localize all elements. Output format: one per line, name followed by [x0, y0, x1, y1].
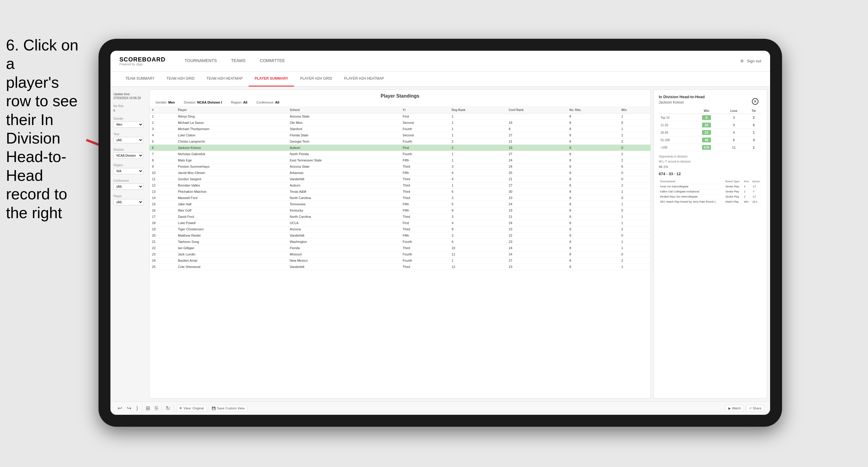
sidebar-region-select[interactable]: N/A: [114, 168, 143, 174]
cell-rds: 8: [567, 239, 619, 245]
cell-yr: Third: [400, 163, 449, 170]
table-row[interactable]: 3 Michael Thorbjornsen Stanford Fourth 1…: [150, 126, 650, 132]
watch-button[interactable]: ▶ Watch: [725, 405, 744, 412]
table-row[interactable]: 18 Luke Powell UCLA First 4 24 8 1: [150, 220, 650, 226]
cell-yr: Third: [400, 195, 449, 201]
cell-school: Arizona: [287, 226, 400, 232]
sidebar-player-select[interactable]: (All): [114, 199, 143, 205]
tab-player-summary[interactable]: PLAYER SUMMARY: [249, 72, 294, 87]
table-row[interactable]: 4 Luke Claton Florida State Second 1 27 …: [150, 132, 650, 138]
cell-conf: 25: [506, 170, 567, 176]
tab-team-summary[interactable]: TEAM SUMMARY: [119, 72, 161, 87]
table-row[interactable]: 7 Nicholas Gabrelick North Florida Fourt…: [150, 151, 650, 157]
cell-school: Ole Miss: [287, 120, 400, 126]
cell-player: Michael Thorbjornsen: [176, 126, 287, 132]
cell-num: 22: [150, 245, 176, 251]
h2h-tournament-table: Tournament Event Type Pos Score Amer Am …: [659, 179, 762, 205]
table-row[interactable]: 2 Michael La Sasso Ole Miss Second 1 19 …: [150, 120, 650, 126]
cell-reg: 2: [449, 138, 506, 145]
tab-team-h2h-grid[interactable]: TEAM H2H GRID: [161, 72, 200, 87]
view-original-button[interactable]: 👁 View: Original: [177, 405, 207, 411]
cell-player: Alex Goff: [176, 208, 287, 214]
table-row[interactable]: 17 David Ford North Carolina Third 3 21 …: [150, 214, 650, 220]
cell-rds: 8: [567, 245, 619, 251]
sign-out-link[interactable]: Sign out: [747, 59, 761, 63]
table-row[interactable]: 8 Mats Ege East Tennessee State Fifth 1 …: [150, 157, 650, 163]
undo-button[interactable]: ↩: [116, 404, 123, 413]
sidebar-gender-select[interactable]: Men: [114, 121, 143, 128]
filter-gender: Gender: Men: [156, 100, 175, 104]
cell-win: 2: [619, 257, 650, 264]
cell-player: Cole Sherwood: [176, 264, 287, 270]
h2h-grid-row: 26-50 22 4 1: [659, 129, 762, 136]
table-row[interactable]: 24 Bastien Amat New Mexico Fourth 1 27 8…: [150, 257, 650, 264]
nav-tournaments[interactable]: TOURNAMENTS: [177, 51, 224, 72]
table-row[interactable]: 9 Preston Summerhays Arizona State Third…: [150, 163, 650, 170]
cell-reg: 5: [449, 201, 506, 208]
sidebar-year-select[interactable]: (All): [114, 137, 143, 143]
col-yr: Yr: [400, 107, 449, 114]
tab-player-h2h-grid[interactable]: PLAYER H2H GRID: [294, 72, 338, 87]
table-row[interactable]: 15 Jake Hall Tennessee Fifth 5 24 8 1: [150, 201, 650, 208]
cell-reg: 4: [449, 170, 506, 176]
cell-win: 0: [619, 195, 650, 201]
sidebar-year-label: Year: [114, 132, 143, 136]
cell-rds: 8: [567, 214, 619, 220]
sidebar-division-select[interactable]: NCAA Division I: [114, 153, 143, 159]
cell-player: Bastien Amat: [176, 257, 287, 264]
h2h-grid: Win Loss Tie Top 10 8 3 2 11-25 20 9 5 2…: [659, 108, 762, 151]
table-row[interactable]: 12 Brendan Valles Auburn Third 1 27 8 2: [150, 182, 650, 189]
nav-committee[interactable]: COMMITTEE: [253, 51, 292, 72]
redo-button[interactable]: ↪: [126, 404, 132, 413]
sidebar-update: Update time: 27/03/2024 16:56:26: [114, 93, 143, 100]
h2h-close-button[interactable]: ✕: [752, 98, 758, 105]
cell-conf: 21: [506, 176, 567, 182]
table-row[interactable]: 10 Jacob Moc-Olesen Arkansas Fifth 4 25 …: [150, 170, 650, 176]
cell-num: 7: [150, 151, 176, 157]
tour-type: Stroke Play: [724, 194, 743, 199]
cell-win: 1: [619, 126, 650, 132]
cell-num: 21: [150, 239, 176, 245]
tab-player-h2h-heatmap[interactable]: PLAYER H2H HEATMAP: [338, 72, 390, 87]
table-row[interactable]: 16 Alex Goff Kentucky Fifth 8 19 8 0: [150, 208, 650, 214]
copy-button[interactable]: ⊞: [145, 404, 151, 413]
table-row[interactable]: 20 Matthew Riedel Vanderbilt Fifth 3 22 …: [150, 232, 650, 239]
tab-team-h2h-heatmap[interactable]: TEAM H2H HEATMAP: [200, 72, 249, 87]
table-row[interactable]: 14 Maxwell Ford North Carolina Third 3 2…: [150, 195, 650, 201]
refresh-button[interactable]: ↻: [164, 404, 171, 413]
paste-button[interactable]: ⎘: [154, 404, 159, 413]
cell-conf: 21: [506, 138, 567, 145]
table-row[interactable]: 19 Tiger Christensen Arizona Third 8 23 …: [150, 226, 650, 232]
h2h-loss-cell: 3: [722, 114, 746, 121]
sidebar-conference-select[interactable]: (All): [114, 184, 143, 190]
table-row[interactable]: 22 Ian Gilligan Florida Third 10 24 8 1: [150, 245, 650, 251]
table-row[interactable]: 21 Taehoon Song Washington Fourth 6 23 8…: [150, 239, 650, 245]
table-row[interactable]: 11 Gordon Sargent Vanderbilt Third 4 21 …: [150, 176, 650, 182]
cell-rds: 8: [567, 208, 619, 214]
table-row[interactable]: 1 Wenyi Ding Arizona State First 1 8 1: [150, 114, 650, 120]
nav-teams[interactable]: TEAMS: [224, 51, 252, 72]
col-conf-rank: Conf Rank: [506, 107, 567, 114]
table-row[interactable]: 5 Christo Lamprecht Georgia Tech Fourth …: [150, 138, 650, 145]
table-row[interactable]: 23 Jack Lundin Missouri Fourth 11 24 8 0: [150, 251, 650, 257]
table-row[interactable]: 13 Phichakon Maichon Texas A&M Third 6 3…: [150, 189, 650, 195]
cell-num: 3: [150, 126, 176, 132]
cell-school: Auburn: [287, 145, 400, 151]
cell-yr: Third: [400, 226, 449, 232]
cell-num: 10: [150, 170, 176, 176]
cell-player: Nicholas Gabrelick: [176, 151, 287, 157]
table-row[interactable]: 25 Cole Sherwood Vanderbilt Third 12 23 …: [150, 264, 650, 270]
cell-rds: 8: [567, 151, 619, 157]
table-row[interactable]: 6 Jackson Koivun Auburn First 2 23 8 0: [150, 145, 650, 151]
cell-num: 11: [150, 176, 176, 182]
sidebar-no-rds-label: No Rds.: [114, 104, 143, 108]
cell-rds: 8: [567, 251, 619, 257]
cell-school: New Mexico: [287, 257, 400, 264]
cell-num: 8: [150, 157, 176, 163]
share-button[interactable]: ↗ Share: [746, 405, 764, 412]
h2h-pct: 98.1%: [659, 165, 762, 168]
forward-button[interactable]: ⟩: [135, 404, 140, 413]
sidebar-region: Region N/A: [114, 163, 143, 174]
cell-num: 20: [150, 232, 176, 239]
save-custom-button[interactable]: 💾 Save Custom View: [209, 405, 247, 412]
